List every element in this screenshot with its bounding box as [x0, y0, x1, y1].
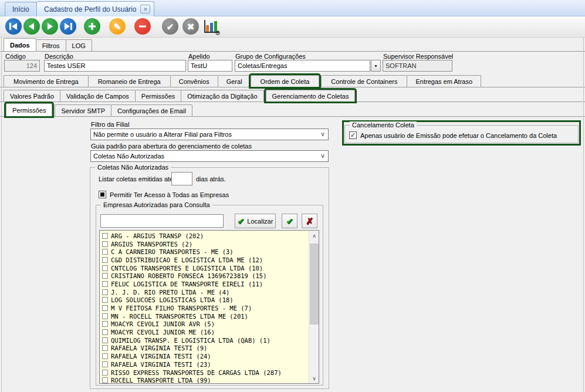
company-row[interactable]: MOACYR CEVOLI JUNIOR ME (16): [100, 328, 309, 336]
company-checkbox[interactable]: [102, 370, 108, 376]
empresa-search-input[interactable]: [100, 214, 224, 228]
company-row[interactable]: C A CARNEIRO TRANSPORTES - ME (3): [100, 248, 309, 256]
company-row[interactable]: ARGIUS TRANSPORTES (2): [100, 240, 309, 248]
company-row[interactable]: LOG SOLUCOES LOGISTICAS LTDA (18): [100, 296, 309, 305]
company-checkbox[interactable]: [102, 249, 108, 255]
tab-controle-de-containers[interactable]: Controle de Containers: [321, 75, 407, 87]
report-chart-button[interactable]: ⚙: [202, 19, 221, 35]
scroll-up-icon[interactable]: ∧: [309, 231, 319, 241]
add-button[interactable]: [84, 18, 100, 35]
company-row[interactable]: RISSO EXPRESS TRANSPORTES DE CARGAS LTDA…: [100, 369, 309, 377]
company-row[interactable]: FELUC LOGISTICA DE TRANSPORTE EIRELI (11…: [100, 280, 309, 288]
cancelamento-checkbox[interactable]: ✓: [349, 131, 357, 139]
confirm-button[interactable]: ✔: [162, 18, 178, 35]
company-row[interactable]: MOACYR CEVOLI JUNIOR AVR (5): [100, 320, 309, 329]
localizar-button[interactable]: ✔ Localizar: [235, 214, 276, 228]
window-tab-inicio[interactable]: Início: [5, 2, 37, 16]
company-row[interactable]: MN - ROCELL TRANSPORTES LTDA ME (201): [100, 312, 309, 320]
tab-permissoes[interactable]: Permissões: [6, 103, 52, 116]
company-row[interactable]: C&D DISTRIBUICAO E LOGISTICA LTDA ME (12…: [100, 256, 309, 264]
red-x-icon: ✗: [306, 217, 313, 225]
company-checkbox[interactable]: [102, 329, 108, 335]
tab-dados[interactable]: Dados: [4, 38, 36, 51]
company-row[interactable]: ROCELL TRANSPORTE LTDA (99): [100, 376, 309, 383]
company-checkbox[interactable]: [102, 297, 108, 303]
tab-label: Movimento de Entrega: [13, 78, 79, 85]
apelido-field[interactable]: [188, 60, 232, 72]
tab-valores-padrao[interactable]: Valores Padrão: [4, 90, 60, 102]
company-row[interactable]: QUIMILOG TRANSP. E LOGISTICA LTDA (QAB) …: [100, 336, 309, 344]
company-checkbox[interactable]: [102, 337, 108, 343]
tab-movimento-de-entrega[interactable]: Movimento de Entrega: [4, 75, 89, 87]
dias-atras-field[interactable]: [171, 172, 192, 185]
company-label: RAFAELA VIRGINIA TESTI (23): [111, 361, 211, 368]
company-row[interactable]: RAFAELA VIRGINIA TESTI (24): [100, 352, 309, 360]
guia-padrao-value: Coletas Não Autorizadas: [93, 153, 164, 160]
double-check-icon: ✔: [286, 217, 293, 225]
company-checkbox[interactable]: [102, 289, 108, 295]
company-checkbox[interactable]: [102, 345, 108, 351]
scrollbar-thumb[interactable]: [310, 244, 319, 325]
last-record-button[interactable]: [60, 18, 76, 35]
delete-button[interactable]: [134, 18, 151, 35]
company-label: ROCELL TRANSPORTE LTDA (99): [111, 377, 211, 383]
descricao-field[interactable]: [44, 60, 186, 72]
cancelamento-groupbox: Cancelamento Coleta ✓ Apenas usuário de …: [344, 125, 579, 143]
empresas-listbox[interactable]: ARG - ARGIUS TRANSP (202)ARGIUS TRANSPOR…: [99, 230, 319, 384]
tab-geral[interactable]: Geral: [218, 75, 251, 87]
company-label: MOACYR CEVOLI JUNIOR AVR (5): [111, 320, 215, 327]
tab-gerenciamento-de-coletas[interactable]: Gerenciamento de Coletas: [266, 90, 356, 102]
company-checkbox[interactable]: [102, 273, 108, 279]
company-checkbox[interactable]: [102, 241, 108, 247]
tab-ordem-de-coleta[interactable]: Ordem de Coleta: [251, 75, 320, 87]
guia-padrao-select[interactable]: Coletas Não Autorizadas ∨: [90, 150, 329, 162]
tab-validacao-de-campos[interactable]: Validação de Campos: [60, 90, 136, 102]
tab-romaneio-de-entrega[interactable]: Romaneio de Entrega: [88, 75, 171, 87]
close-tab-icon[interactable]: ✕: [140, 5, 150, 13]
edit-button[interactable]: ✎: [109, 18, 126, 35]
company-checkbox[interactable]: [102, 353, 108, 359]
tab-configuracoes-de-email[interactable]: Configurações de Email: [111, 104, 192, 116]
vertical-scrollbar[interactable]: ∧ ∨: [309, 231, 319, 383]
permitir-acesso-checkbox[interactable]: [99, 191, 106, 198]
previous-record-button[interactable]: [23, 18, 40, 35]
company-row[interactable]: RAFAELA VIRGINIA TESTI (9): [100, 344, 309, 353]
tab-entregas-em-atraso[interactable]: Entregas em Atraso: [407, 75, 481, 87]
tab-servidor-smtp[interactable]: Servidor SMTP: [55, 104, 111, 116]
next-record-button[interactable]: [42, 18, 58, 35]
tab-log[interactable]: LOG: [66, 39, 92, 51]
company-checkbox[interactable]: [102, 313, 108, 319]
svg-text:⚙: ⚙: [215, 29, 221, 35]
chevron-down-icon: ∨: [320, 130, 325, 138]
tab-label: Gerenciamento de Coletas: [272, 93, 349, 100]
grupo-configuracoes-field[interactable]: [235, 60, 370, 72]
company-row[interactable]: J. J. D. RIO PRETO LTDA - ME (4): [100, 288, 309, 296]
window-tab-cadastro[interactable]: Cadastro de Perfil do Usuário ✕: [36, 1, 154, 16]
tab-otimizacao-da-digitacao[interactable]: Otimização da Digitação: [181, 90, 263, 102]
company-row[interactable]: RAFAELA VIRGINIA TESTI (23): [100, 360, 309, 369]
grupo-dropdown-button[interactable]: ▼: [371, 60, 381, 72]
filtro-filial-select[interactable]: Não permite o usuário a Alterar Filial p…: [90, 129, 329, 140]
clear-selection-button[interactable]: ✗: [302, 214, 317, 228]
tab-filtros[interactable]: Filtros: [36, 39, 66, 51]
scroll-down-icon[interactable]: ∨: [309, 373, 319, 383]
company-row[interactable]: M V FEITOSA FILHO TRANSPORTES - ME (7): [100, 304, 309, 312]
first-record-button[interactable]: [5, 18, 22, 35]
company-checkbox[interactable]: [102, 257, 108, 263]
minus-icon: [138, 22, 147, 31]
company-row[interactable]: CNTCLOG TRANSPORTES E LOGISTICA LTDA (10…: [100, 264, 309, 272]
company-row[interactable]: CRISTIANO ROBERTO FONSECA 13696723819 (1…: [100, 272, 309, 280]
company-checkbox[interactable]: [102, 281, 108, 287]
company-checkbox[interactable]: [102, 265, 108, 271]
tab-permissoes-config[interactable]: Permissões: [135, 90, 181, 102]
tab-label: Romaneio de Entrega: [98, 78, 161, 85]
cancel-button[interactable]: ✖: [182, 18, 199, 35]
company-checkbox[interactable]: [102, 233, 108, 239]
tab-convenios[interactable]: Convênios: [170, 75, 218, 87]
company-checkbox[interactable]: [102, 321, 108, 327]
company-checkbox[interactable]: [102, 377, 108, 383]
company-checkbox[interactable]: [102, 305, 108, 311]
confirm-selection-button[interactable]: ✔: [282, 214, 297, 228]
company-checkbox[interactable]: [102, 361, 108, 367]
company-row[interactable]: ARG - ARGIUS TRANSP (202): [100, 232, 309, 240]
